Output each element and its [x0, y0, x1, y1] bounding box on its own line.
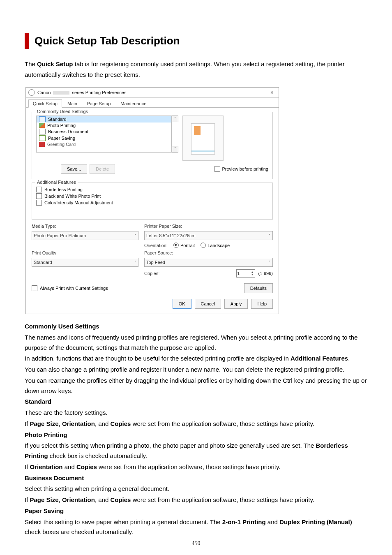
orientation-landscape-radio[interactable]: [201, 243, 206, 248]
profile-item-greeting-card[interactable]: Greeting Card: [37, 141, 171, 147]
profile-item-business-document[interactable]: Business Document: [37, 128, 171, 135]
heading-standard: Standard: [25, 397, 367, 407]
chevron-down-icon: ˅: [134, 234, 136, 238]
feature-bw-photo-print[interactable]: Black and White Photo Print: [36, 193, 268, 199]
text: In addition, functions that are thought …: [25, 354, 367, 364]
window-title-prefix: Canon: [37, 90, 51, 95]
window-title-suffix: series Printing Preferences: [72, 90, 126, 95]
copies-range: (1-999): [258, 271, 273, 276]
print-preview-thumbnail: [182, 116, 224, 161]
profile-scroll-down[interactable]: ˅: [172, 146, 178, 153]
chevron-down-icon: ˅: [269, 260, 271, 264]
profile-scroll-arrows: ˄ ˅: [172, 116, 178, 153]
text: If Page Size, Orientation, and Copies we…: [25, 419, 367, 429]
color-intensity-checkbox[interactable]: [36, 200, 42, 206]
text: You can also change a printing profile a…: [25, 365, 367, 375]
media-type-label: Media Type:: [32, 224, 138, 229]
printer-paper-size-select[interactable]: Letter 8.5"x11" 22x28cm ˅: [144, 231, 273, 240]
text: Select this setting when printing a gene…: [25, 484, 367, 494]
always-print-label: Always Print with Current Settings: [40, 286, 108, 291]
orientation-landscape-label: Landscape: [208, 243, 230, 248]
card-icon: [39, 142, 45, 147]
tab-page-setup[interactable]: Page Setup: [83, 99, 115, 107]
profile-scroll-up[interactable]: ˄: [172, 116, 178, 122]
list-item-label: Greeting Card: [47, 142, 76, 147]
chevron-down-icon: ˅: [134, 260, 136, 264]
text: Select this setting to save paper when p…: [25, 517, 367, 538]
orientation-landscape-option[interactable]: Landscape: [201, 243, 230, 248]
text: If Page Size, Orientation, and Copies we…: [25, 495, 367, 505]
media-type-value: Photo Paper Pro Platinum: [34, 233, 86, 238]
paper-source-select[interactable]: Top Feed ˅: [144, 258, 273, 267]
always-print-checkbox[interactable]: [32, 285, 37, 291]
app-icon: [28, 89, 35, 96]
bw-photo-print-checkbox[interactable]: [36, 193, 42, 199]
list-item-label: Paper Saving: [48, 136, 75, 141]
additional-features-group: Additional Features Borderless Printing …: [32, 183, 273, 220]
heading-business-document: Business Document: [25, 473, 367, 483]
save-button[interactable]: Save...: [61, 164, 87, 174]
copies-spinner[interactable]: 1 ▲▼: [236, 269, 255, 278]
media-type-select[interactable]: Photo Paper Pro Platinum ˅: [32, 231, 138, 240]
feature-label: Color/Intensity Manual Adjustment: [44, 200, 113, 205]
always-print-option[interactable]: Always Print with Current Settings: [32, 285, 108, 291]
feature-label: Black and White Photo Print: [44, 194, 101, 199]
profile-item-paper-saving[interactable]: Paper Saving: [37, 135, 171, 141]
cancel-button[interactable]: Cancel: [195, 299, 221, 309]
print-quality-select[interactable]: Standard ˅: [32, 258, 138, 267]
close-button[interactable]: ×: [268, 89, 276, 96]
tab-main[interactable]: Main: [63, 99, 82, 107]
help-button[interactable]: Help: [251, 299, 273, 309]
page-number: 450: [0, 540, 392, 547]
intro-bold: Quick Setup: [37, 60, 73, 67]
list-item-label: Business Document: [48, 129, 88, 134]
text: If you select this setting when printing…: [25, 441, 367, 461]
document-icon: [39, 129, 46, 134]
tab-strip: Quick Setup Main Page Setup Maintenance: [26, 98, 279, 108]
heading-photo-printing: Photo Printing: [25, 430, 367, 440]
defaults-button[interactable]: Defaults: [244, 283, 273, 293]
orientation-portrait-option[interactable]: Portrait: [173, 243, 195, 248]
heading-paper-saving: Paper Saving: [25, 506, 367, 516]
page-title: Quick Setup Tab Description: [35, 35, 367, 47]
tab-quick-setup[interactable]: Quick Setup: [28, 99, 62, 108]
feature-label: Borderless Printing: [44, 187, 83, 192]
intro-suffix: tab is for registering commonly used pri…: [25, 60, 345, 78]
orientation-portrait-label: Portrait: [180, 243, 195, 248]
text: You can rearrange the profiles either by…: [25, 376, 367, 396]
body-text: Commonly Used Settings The names and ico…: [25, 321, 367, 537]
feature-color-intensity[interactable]: Color/Intensity Manual Adjustment: [36, 199, 268, 206]
profile-item-standard[interactable]: Standard: [37, 116, 171, 123]
commonly-used-label: Commonly Used Settings: [35, 109, 90, 114]
feature-borderless-printing[interactable]: Borderless Printing: [36, 186, 268, 193]
ok-button[interactable]: OK: [173, 299, 191, 309]
borderless-printing-checkbox[interactable]: [36, 187, 42, 192]
photo-icon: [39, 123, 45, 128]
orientation-portrait-radio[interactable]: [173, 243, 179, 248]
commonly-used-group: Commonly Used Settings Standard Photo Pr…: [32, 112, 273, 179]
profile-item-photo-printing[interactable]: Photo Printing: [37, 123, 171, 128]
additional-features-label: Additional Features: [35, 180, 78, 185]
paper-source-value: Top Feed: [146, 260, 165, 265]
tab-maintenance[interactable]: Maintenance: [116, 99, 151, 107]
paper-saving-icon: [39, 135, 46, 141]
print-quality-label: Print Quality:: [32, 250, 138, 255]
text: If Orientation and Copies were set from …: [25, 462, 367, 472]
delete-button[interactable]: Delete: [90, 164, 115, 174]
intro-paragraph: The Quick Setup tab is for registering c…: [25, 59, 367, 80]
printer-paper-size-value: Letter 8.5"x11" 22x28cm: [146, 233, 196, 238]
paper-source-label: Paper Source:: [144, 250, 273, 255]
chevron-down-icon: ˅: [269, 234, 271, 238]
text: These are the factory settings.: [25, 408, 367, 418]
profile-list[interactable]: Standard Photo Printing Business Documen…: [36, 116, 172, 153]
printer-paper-size-label: Printer Paper Size:: [144, 224, 273, 229]
preview-before-printing-checkbox[interactable]: [214, 166, 220, 172]
preview-before-printing-label: Preview before printing: [222, 166, 268, 171]
dialog-titlebar: Canon series Printing Preferences ×: [26, 88, 279, 98]
orientation-label: Orientation:: [144, 243, 168, 248]
intro-prefix: The: [25, 60, 37, 67]
print-quality-value: Standard: [34, 260, 52, 265]
list-item-label: Standard: [48, 117, 67, 122]
standard-icon: [39, 116, 46, 122]
apply-button[interactable]: Apply: [224, 299, 248, 309]
